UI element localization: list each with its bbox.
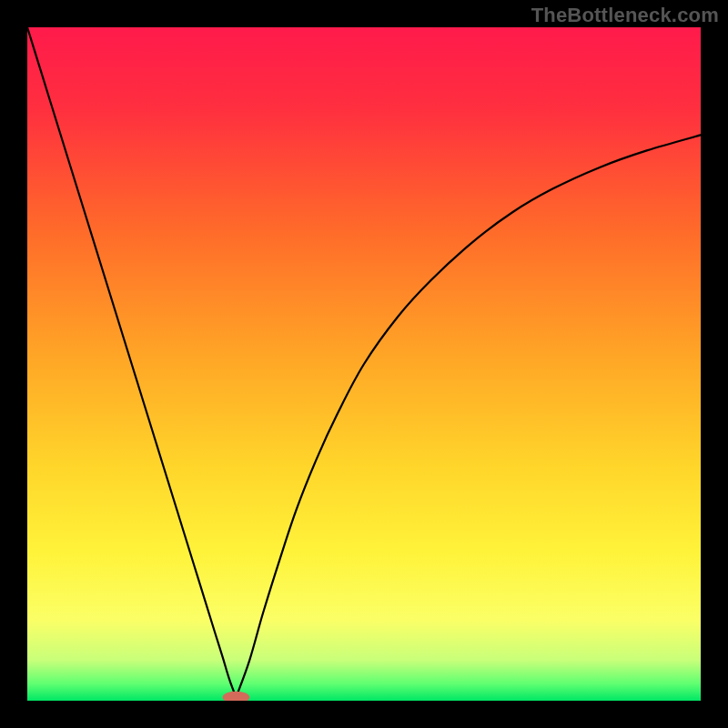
chart-svg	[27, 27, 701, 701]
plot-area	[27, 27, 701, 701]
watermark-text: TheBottleneck.com	[531, 4, 719, 27]
chart-frame: TheBottleneck.com	[0, 0, 728, 728]
